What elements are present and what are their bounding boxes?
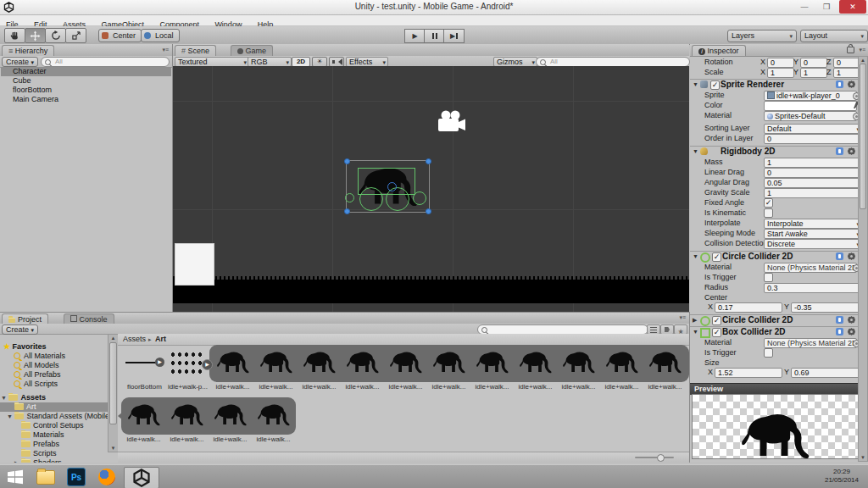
game-tab[interactable]: Game xyxy=(231,45,273,56)
pane-menu-icon[interactable]: ▾≡ xyxy=(162,47,169,53)
size-x-field[interactable]: 1.52 xyxy=(715,368,782,378)
tree-prefabs[interactable]: Prefabs xyxy=(0,440,108,449)
hierarchy-create-button[interactable]: Create ▾ xyxy=(2,57,38,67)
inspector-tab[interactable]: i Inspector xyxy=(692,45,746,56)
breadcrumb-current[interactable]: Art xyxy=(155,335,166,344)
pivot-local-button[interactable]: Local xyxy=(141,29,180,42)
gear-icon[interactable] xyxy=(848,80,855,88)
gear-icon[interactable] xyxy=(848,328,855,336)
tree-scripts[interactable]: Scripts xyxy=(0,449,108,458)
is-trigger-checkbox[interactable] xyxy=(764,273,773,282)
taskbar-explorer-button[interactable] xyxy=(32,467,59,487)
preview-header[interactable]: Preview xyxy=(690,383,862,395)
tree-all-scripts[interactable]: All Scripts xyxy=(0,380,108,389)
camera-gizmo-icon[interactable] xyxy=(437,110,467,134)
sprite-renderer-header[interactable]: ▼ ✓ Sprite Renderer xyxy=(690,80,862,90)
help-icon[interactable] xyxy=(836,80,843,88)
pan-tool-button[interactable] xyxy=(4,28,25,43)
pane-menu-icon[interactable]: ▾≡ xyxy=(859,47,865,53)
taskbar-firefox-button[interactable] xyxy=(93,467,120,487)
asset-sprite-frame[interactable]: idle+walk... xyxy=(211,345,254,392)
gear-icon[interactable] xyxy=(848,316,855,324)
order-in-layer-field[interactable]: 0 xyxy=(764,134,862,144)
tree-all-prefabs[interactable]: All Prefabs xyxy=(0,370,108,380)
angular-drag-field[interactable]: 0.05 xyxy=(764,178,862,188)
scene-viewport[interactable] xyxy=(173,66,689,312)
material-field[interactable]: Sprites-Default xyxy=(764,111,857,121)
play-button[interactable]: ▶ xyxy=(404,29,426,43)
selection-handle[interactable] xyxy=(344,208,350,214)
radius-field[interactable]: 0.3 xyxy=(764,283,862,293)
rotation-y-field[interactable]: 0 xyxy=(800,58,827,68)
hierarchy-item-floorbottom[interactable]: floorBottom xyxy=(1,86,171,95)
component-enabled-checkbox[interactable]: ✓ xyxy=(710,80,720,90)
gravity-scale-field[interactable]: 1 xyxy=(764,188,862,198)
tree-favorites[interactable]: ★ Favorites xyxy=(0,342,108,352)
tree-shaders[interactable]: ▶ Shaders xyxy=(0,458,108,463)
sorting-layer-dropdown[interactable]: Default▾ xyxy=(764,124,862,134)
scrollbar-thumb[interactable] xyxy=(109,342,117,424)
maximize-button[interactable]: ❒ xyxy=(819,0,834,14)
help-icon[interactable] xyxy=(836,147,843,155)
hierarchy-item-character[interactable]: Character xyxy=(1,67,171,76)
hierarchy-item-cube[interactable]: Cube xyxy=(1,76,171,86)
circle-collider2-header[interactable]: ▶ ✓ Circle Collider 2D xyxy=(690,315,862,325)
scale-z-field[interactable]: 1 xyxy=(833,68,860,78)
taskbar-unity-button[interactable] xyxy=(124,467,159,488)
minimize-button[interactable]: — xyxy=(797,0,812,14)
start-button[interactable] xyxy=(2,467,29,487)
scale-tool-button[interactable] xyxy=(65,28,86,43)
layers-dropdown[interactable]: Layers▾ xyxy=(727,30,797,42)
hierarchy-item-maincamera[interactable]: Main Camera xyxy=(1,95,171,104)
asset-sprite-frame[interactable]: idle+walk... xyxy=(341,345,384,392)
tree-standard-assets[interactable]: ▼ Standard Assets (Mobile) xyxy=(0,412,108,421)
lock-icon[interactable] xyxy=(847,47,854,53)
help-icon[interactable] xyxy=(836,252,843,260)
pivot-center-button[interactable]: Center xyxy=(98,29,142,42)
collision-detection-dropdown[interactable]: Discrete▾ xyxy=(764,239,862,249)
component-enabled-checkbox[interactable]: ✓ xyxy=(712,252,721,262)
linear-drag-field[interactable]: 0 xyxy=(764,168,862,178)
circle-collider1-header[interactable]: ▼ ✓ Circle Collider 2D xyxy=(690,252,862,262)
scale-y-field[interactable]: 1 xyxy=(800,68,827,78)
hierarchy-search-input[interactable]: All xyxy=(41,57,170,67)
is-trigger-checkbox[interactable] xyxy=(764,348,773,358)
cube-object[interactable] xyxy=(175,243,214,286)
asset-sprite-frame[interactable]: idle+walk... xyxy=(254,345,298,392)
scene-tab[interactable]: # Scene xyxy=(175,45,216,56)
step-button[interactable]: ▶ xyxy=(443,29,465,43)
pause-button[interactable] xyxy=(424,29,445,43)
rotate-tool-button[interactable] xyxy=(45,28,66,43)
asset-sprite-frame[interactable]: idle+walk... xyxy=(122,397,165,445)
breadcrumb-root[interactable]: Assets xyxy=(123,335,146,344)
taskbar-clock[interactable]: 20:29 21/05/2014 xyxy=(817,468,866,485)
asset-sprite-frame[interactable]: idle+walk... xyxy=(427,345,470,392)
pane-menu-icon[interactable]: ▾≡ xyxy=(679,314,686,321)
selection-handle[interactable] xyxy=(426,158,431,164)
center-y-field[interactable]: -0.35 xyxy=(791,302,860,313)
taskbar-photoshop-button[interactable]: Ps xyxy=(63,467,90,487)
asset-sprite-frame[interactable]: idle+walk... xyxy=(470,345,514,392)
scrollbar-thumb[interactable] xyxy=(860,64,866,209)
selection-handle[interactable] xyxy=(344,158,350,164)
close-button[interactable]: ✕ xyxy=(839,0,866,14)
rotation-z-field[interactable]: 0 xyxy=(833,58,860,68)
asset-sprite-frame[interactable]: idle+walk... xyxy=(557,345,600,392)
thumbnail-size-slider[interactable] xyxy=(635,457,674,458)
tree-assets[interactable]: ▼ Assets xyxy=(0,393,108,402)
asset-sprite-frame[interactable]: idle+walk... xyxy=(643,345,687,392)
size-y-field[interactable]: 0.69 xyxy=(791,368,860,378)
physics-material-field[interactable]: None (Physics Material 2D xyxy=(764,263,857,273)
tree-art[interactable]: Art xyxy=(0,402,108,412)
help-icon[interactable] xyxy=(836,316,843,324)
fixed-angle-checkbox[interactable]: ✓ xyxy=(764,198,773,208)
rigidbody2d-header[interactable]: ▼ Rigidbody 2D xyxy=(690,147,862,157)
center-x-field[interactable]: 0.17 xyxy=(715,302,782,313)
asset-floorbottom[interactable]: ▶ floorBottom xyxy=(123,345,166,392)
is-kinematic-checkbox[interactable] xyxy=(764,208,773,218)
selection-handle[interactable] xyxy=(426,208,431,214)
asset-spritesheet[interactable]: ▶ idle+walk-p... xyxy=(166,345,209,392)
selection-rect[interactable] xyxy=(346,160,430,213)
sprite-expand-icon[interactable]: ▶ xyxy=(155,358,164,367)
help-icon[interactable] xyxy=(836,328,843,336)
